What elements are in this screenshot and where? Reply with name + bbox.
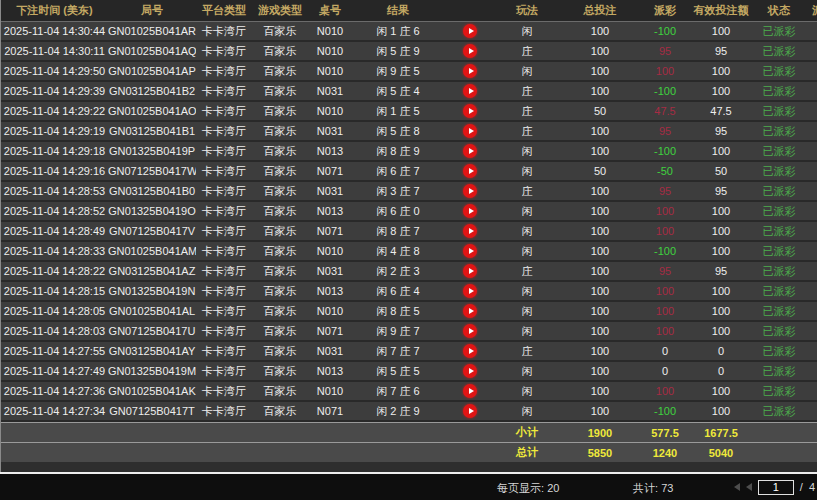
cell-play-type: 庄 [496,342,558,362]
cell-table-no: N013 [308,362,352,382]
cell-round-id: GN01025B041AQ [108,42,196,62]
subtotal-row: 小计 1900 577.5 1677.5 [1,422,817,442]
cell-total-bet: 100 [558,262,642,282]
play-video-icon[interactable] [463,124,477,138]
play-video-icon[interactable] [463,84,477,98]
table-row: 2025-11-04 14:28:15GN01325B0419N卡卡湾厅百家乐N… [1,282,817,302]
table-row: 2025-11-04 14:27:36GN01025B041AK卡卡湾厅百家乐N… [1,382,817,402]
cell-game-type: 百家乐 [252,222,308,242]
cell-result: 闲 1 庄 5 [352,102,444,122]
play-triangle-icon [469,128,474,134]
cell-round-id: GN01025B041AR [108,22,196,42]
table-footer: 小计 1900 577.5 1677.5 总计 5850 1240 5040 [1,422,817,462]
cell-play-type: 闲 [496,22,558,42]
cell-play-type: 闲 [496,202,558,222]
cell-platform: 卡卡湾厅 [196,402,252,422]
play-video-icon[interactable] [463,224,477,238]
play-triangle-icon [469,408,474,414]
cell-play-type: 庄 [496,42,558,62]
cell-result: 闲 5 庄 4 [352,82,444,102]
play-triangle-icon [469,188,474,194]
cell-table-no: N031 [308,182,352,202]
page-input[interactable] [758,480,794,495]
cell-game-type: 百家乐 [252,202,308,222]
play-video-icon[interactable] [463,264,477,278]
cell-status: 已派彩 [754,342,804,362]
cell-valid-bet: 100 [688,242,754,262]
cell-status: 已派彩 [754,82,804,102]
cell-result: 闲 5 庄 5 [352,362,444,382]
cell-total-bet: 100 [558,402,642,422]
cell-payout-time [804,42,817,62]
cell-result: 闲 4 庄 8 [352,242,444,262]
cell-round-id: GN01325B0419O [108,202,196,222]
table-row: 2025-11-04 14:29:50GN01025B041AP卡卡湾厅百家乐N… [1,62,817,82]
play-video-icon[interactable] [463,344,477,358]
col-header-status: 状态 [754,0,804,22]
cell-bet-time: 2025-11-04 14:29:22 [1,102,108,122]
cell-play-type: 闲 [496,242,558,262]
cell-payout-time [804,402,817,422]
cell-result: 闲 3 庄 7 [352,182,444,202]
cell-game-type: 百家乐 [252,362,308,382]
col-header-payout-time: 派彩时间 [804,0,817,22]
play-video-icon[interactable] [463,64,477,78]
play-video-icon[interactable] [463,324,477,338]
cell-payout: 95 [642,42,688,62]
cell-platform: 卡卡湾厅 [196,342,252,362]
cell-payout-time [804,302,817,322]
cell-bet-time: 2025-11-04 14:27:34 [1,402,108,422]
cell-status: 已派彩 [754,322,804,342]
cell-video [444,142,496,162]
play-video-icon[interactable] [463,144,477,158]
cell-payout: 95 [642,262,688,282]
subtotal-spacer [1,422,496,442]
play-video-icon[interactable] [463,24,477,38]
play-video-icon[interactable] [463,164,477,178]
cell-payout: 100 [642,282,688,302]
total-count-label: 共计: 73 [633,481,673,496]
table-row: 2025-11-04 14:29:19GN03125B041B1卡卡湾厅百家乐N… [1,122,817,142]
cell-game-type: 百家乐 [252,42,308,62]
play-video-icon[interactable] [463,204,477,218]
play-video-icon[interactable] [463,404,477,418]
cell-status: 已派彩 [754,282,804,302]
play-video-icon[interactable] [463,284,477,298]
total-count-text: 共计: [633,482,658,494]
play-video-icon[interactable] [463,184,477,198]
cell-play-type: 庄 [496,262,558,282]
cell-video [444,82,496,102]
grand-total-valid-bet: 5040 [688,442,754,462]
cell-game-type: 百家乐 [252,162,308,182]
cell-game-type: 百家乐 [252,102,308,122]
play-video-icon[interactable] [463,244,477,258]
cell-payout: 0 [642,362,688,382]
play-video-icon[interactable] [463,104,477,118]
betting-records-screen: 下注时间 (美东) 局号 平台类型 游戏类型 桌号 结果 玩法 总投注 派彩 有… [0,0,817,500]
play-video-icon[interactable] [463,384,477,398]
play-video-icon[interactable] [463,364,477,378]
first-page-icon[interactable] [734,483,740,491]
cell-payout-time [804,62,817,82]
cell-bet-time: 2025-11-04 14:27:55 [1,342,108,362]
cell-valid-bet: 100 [688,282,754,302]
cell-bet-time: 2025-11-04 14:28:53 [1,182,108,202]
col-header-play-type: 玩法 [496,0,558,22]
cell-table-no: N010 [308,302,352,322]
play-video-icon[interactable] [463,304,477,318]
cell-status: 已派彩 [754,182,804,202]
cell-platform: 卡卡湾厅 [196,102,252,122]
prev-page-icon[interactable] [746,483,752,491]
cell-platform: 卡卡湾厅 [196,62,252,82]
cell-total-bet: 100 [558,22,642,42]
cell-platform: 卡卡湾厅 [196,262,252,282]
cell-valid-bet: 100 [688,142,754,162]
table-row: 2025-11-04 14:28:53GN03125B041B0卡卡湾厅百家乐N… [1,182,817,202]
col-header-table-no: 桌号 [308,0,352,22]
cell-total-bet: 100 [558,282,642,302]
cell-video [444,282,496,302]
subtotal-spacer-right [754,422,817,442]
play-triangle-icon [469,28,474,34]
play-video-icon[interactable] [463,44,477,58]
cell-video [444,262,496,282]
